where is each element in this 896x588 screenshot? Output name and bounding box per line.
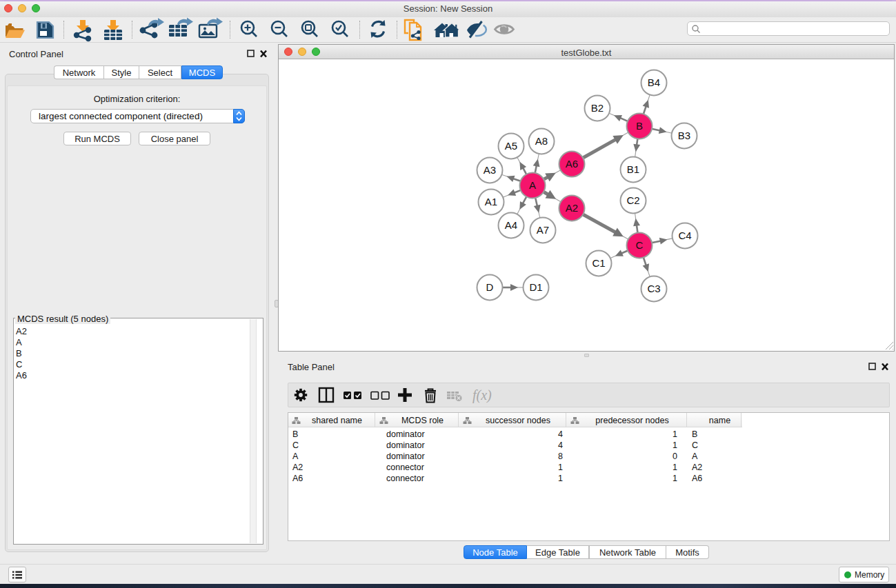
svg-text:C1: C1: [592, 257, 605, 269]
svg-text:A5: A5: [505, 140, 517, 152]
svg-text:B1: B1: [627, 163, 639, 175]
svg-text:C4: C4: [678, 230, 691, 241]
svg-text:A6: A6: [566, 158, 578, 170]
svg-text:B4: B4: [648, 77, 660, 88]
svg-text:A2: A2: [566, 202, 578, 214]
svg-text:f(x): f(x): [472, 387, 492, 403]
svg-text:A8: A8: [535, 135, 548, 147]
svg-text:A: A: [529, 179, 536, 191]
svg-text:C2: C2: [626, 194, 639, 206]
svg-text:C3: C3: [647, 283, 660, 294]
svg-text:A7: A7: [537, 224, 549, 236]
svg-text:D1: D1: [529, 281, 542, 293]
svg-text:A4: A4: [505, 219, 517, 231]
svg-text:A3: A3: [484, 164, 496, 176]
svg-text:C: C: [636, 239, 644, 251]
svg-text:A1: A1: [485, 196, 497, 207]
svg-text:B: B: [636, 120, 643, 132]
svg-text:D: D: [486, 281, 494, 293]
svg-text:B3: B3: [678, 130, 690, 141]
svg-text:B2: B2: [591, 102, 604, 114]
